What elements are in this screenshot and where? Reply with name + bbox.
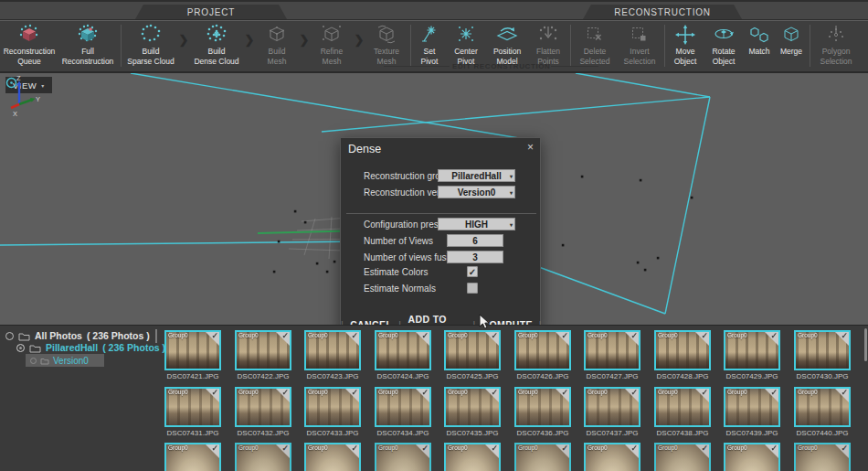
photo-thumbnail[interactable]: Group0✓ <box>514 387 571 427</box>
workflow-arrow-icon: ❯ <box>244 27 255 51</box>
check-icon: ✓ <box>701 331 708 340</box>
photo-thumbnail[interactable]: Group0✓ <box>164 330 221 370</box>
photo-thumbnail[interactable]: Group0✓ <box>304 387 361 427</box>
photo-thumbnail[interactable]: Group0✓ <box>304 443 361 471</box>
photo-thumbnail[interactable]: Group0✓ <box>444 443 501 471</box>
ribbon-button-delete-selected[interactable]: DeleteSelected <box>573 22 617 66</box>
ribbon-button-polygon-selection[interactable]: PolygonSelection <box>812 22 860 66</box>
check-icon: ✓ <box>491 444 498 453</box>
check-icon: ✓ <box>421 388 429 397</box>
photo-thumbnail[interactable]: Group0✓ <box>444 387 501 427</box>
ribbon-button-texture-mesh[interactable]: TextureMesh <box>365 22 408 66</box>
dropdown-value: Version0 <box>458 187 496 198</box>
dialog-title: Dense <box>348 143 381 155</box>
ribbon-button-build-sparse-cloud[interactable]: BuildSparse Cloud <box>123 22 178 66</box>
ribbon-button-reconstruction-queue[interactable]: ReconstructionQueue <box>2 22 57 66</box>
ribbon-button-refine-mesh[interactable]: RefineMesh <box>310 22 354 66</box>
check-icon: ✓ <box>701 444 708 453</box>
photo-thumbnail[interactable]: Group0✓ <box>235 443 291 471</box>
photo-thumbnail[interactable]: Group0✓ <box>654 443 711 471</box>
photo-group-label: Group0 <box>308 389 328 395</box>
photo-thumbnail[interactable]: Group0✓ <box>724 443 780 471</box>
photo-group-label: Group0 <box>168 332 188 338</box>
check-icon: ✓ <box>701 388 708 397</box>
photo-filename: DSC07439.JPG <box>717 429 787 437</box>
photo-group-label: Group0 <box>587 389 608 395</box>
tab-reconstruction[interactable]: RECONSTRUCTION <box>583 5 742 19</box>
ribbon-button-build-mesh[interactable]: BuildMesh <box>255 22 299 66</box>
estimate-normals-checkbox[interactable] <box>467 283 478 294</box>
merge-icon <box>779 23 803 47</box>
photo-filename: DSC07438.JPG <box>648 429 717 437</box>
photo-filename: DSC07440.JPG <box>788 429 857 437</box>
chevron-down-icon: ▾ <box>510 189 513 196</box>
photo-thumbnail[interactable]: Group0✓ <box>304 330 361 370</box>
ribbon-button-match[interactable]: Match <box>744 22 775 57</box>
photo-thumbnail[interactable]: Group0✓ <box>654 330 711 370</box>
number-of-views-fusion-input[interactable]: 3 <box>447 251 503 263</box>
photo-thumbnail[interactable]: Group0✓ <box>164 387 221 427</box>
photo-filename: DSC07429.JPG <box>717 372 787 380</box>
photo-thumbnail[interactable]: Group0✓ <box>375 330 431 370</box>
photo-group-label: Group0 <box>518 389 538 395</box>
flatten-points-icon <box>536 23 560 47</box>
ribbon-button-center-pivot[interactable]: CenterPivot <box>446 22 486 66</box>
photo-group-label: Group0 <box>727 444 747 451</box>
reconstruction-version-dropdown[interactable]: Version0▾ <box>438 186 515 198</box>
photo-thumbnail[interactable]: Group0✓ <box>584 330 640 370</box>
photo-thumbnail[interactable]: Group0✓ <box>375 443 431 471</box>
photo-thumbnail[interactable]: Group0✓ <box>584 387 640 427</box>
photo-filename: DSC07425.JPG <box>438 372 507 380</box>
ribbon-button-set-pivot[interactable]: SetPivot <box>413 22 446 66</box>
ribbon-button-rotate-object[interactable]: RotateObject <box>704 22 744 66</box>
photo-group-label: Group0 <box>168 444 188 451</box>
group-divider-line <box>384 66 450 67</box>
ribbon-button-full-reconstruction[interactable]: FullReconstruction <box>57 22 119 66</box>
estimate-colors-checkbox[interactable]: ✓ <box>467 266 478 277</box>
photo-grid-scrollbar[interactable] <box>864 328 867 361</box>
photo-thumbnail[interactable]: Group0✓ <box>794 387 851 427</box>
ribbon-button-label: Invert <box>630 48 649 57</box>
photo-filename: DSC07426.JPG <box>508 372 577 380</box>
ribbon-button-position-model[interactable]: PositionModel <box>486 22 528 66</box>
ribbon-button-label: Mesh <box>323 58 342 67</box>
tab-project[interactable]: PROJECT <box>135 5 287 19</box>
photo-thumbnail[interactable]: Group0✓ <box>514 443 571 471</box>
photo-thumbnail[interactable]: Group0✓ <box>794 330 851 370</box>
photo-thumbnail[interactable]: Group0✓ <box>654 387 711 427</box>
photo-thumbnail[interactable]: Group0✓ <box>164 443 221 471</box>
check-icon: ✓ <box>421 444 429 453</box>
configuration-preset-dropdown[interactable]: HIGH▾ <box>438 218 515 230</box>
ribbon-button-invert-selection[interactable]: InvertSelection <box>617 22 662 66</box>
check-icon: ✓ <box>561 388 568 397</box>
number-of-views-input[interactable]: 6 <box>447 234 503 247</box>
photo-thumbnail[interactable]: Group0✓ <box>514 330 571 370</box>
ribbon-button-label: Full <box>81 48 94 57</box>
ribbon-button-label: Mesh <box>268 58 287 67</box>
ribbon-button-label: Position <box>493 48 521 57</box>
close-icon[interactable]: × <box>527 141 534 154</box>
dialog-field-label: Estimate Normals <box>364 284 436 294</box>
photo-thumbnail[interactable]: Group0✓ <box>724 387 780 427</box>
ribbon-button-flatten-points[interactable]: FlattenPoints <box>528 22 568 66</box>
ribbon-button-merge[interactable]: Merge <box>775 22 808 57</box>
chevron-down-icon: ▾ <box>510 221 513 228</box>
ribbon-button-label: Build <box>143 48 160 57</box>
ribbon-button-build-dense-cloud[interactable]: BuildDense Cloud <box>189 22 244 66</box>
reconstruction-group-dropdown[interactable]: PillaredHall▾ <box>438 169 515 182</box>
check-icon: ✓ <box>561 331 568 340</box>
photo-thumbnail[interactable]: Group0✓ <box>794 443 851 471</box>
photo-thumbnail[interactable]: Group0✓ <box>235 330 291 370</box>
photo-thumbnail[interactable]: Group0✓ <box>444 330 501 370</box>
dropdown-value: PillaredHall <box>451 171 501 181</box>
photo-thumbnail[interactable]: Group0✓ <box>235 387 291 427</box>
photo-group-label: Group0 <box>658 389 678 395</box>
check-icon: ✓ <box>630 331 638 340</box>
photo-thumbnail[interactable]: Group0✓ <box>375 387 431 427</box>
photo-group-label: Group0 <box>798 332 818 338</box>
photo-thumbnail[interactable]: Group0✓ <box>584 443 640 471</box>
photo-thumbnail[interactable]: Group0✓ <box>724 330 780 370</box>
build-sparse-cloud-icon <box>139 23 163 47</box>
edit-reconstruction-group-label: EDIT RECONSTRUCTION <box>452 62 550 70</box>
ribbon-button-move-object[interactable]: MoveObject <box>667 22 704 66</box>
